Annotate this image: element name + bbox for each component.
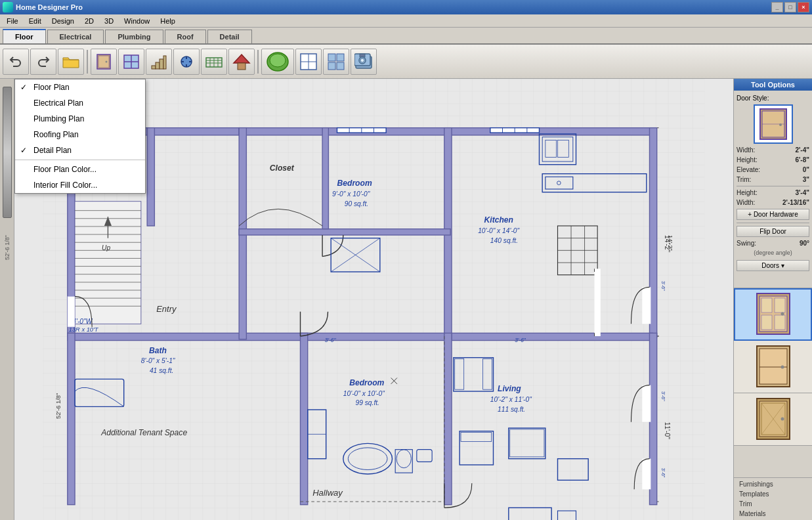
svg-text:13R x 10'T: 13R x 10'T	[69, 326, 99, 333]
menu-design[interactable]: Design	[47, 16, 79, 26]
tab-detail[interactable]: Detail	[207, 30, 252, 43]
width-row: Width: 2'-4"	[737, 146, 809, 154]
bottom-items: Furnishings Templates Trim Materials	[734, 477, 812, 520]
open-button[interactable]	[58, 49, 84, 75]
door-style-preview[interactable]	[754, 104, 793, 144]
titlebar: Home Designer Pro _ □ ×	[0, 0, 812, 14]
redo-button[interactable]	[30, 49, 56, 75]
toolbar-sep-1	[87, 50, 88, 74]
svg-rect-144	[68, 296, 75, 327]
camera-button[interactable]	[351, 49, 377, 75]
svg-text:111 sq.ft.: 111 sq.ft.	[498, 406, 525, 413]
furnishings-item[interactable]: Furnishings	[737, 479, 809, 489]
svg-text:14'-2": 14'-2"	[667, 235, 673, 251]
svg-rect-24	[328, 54, 335, 61]
svg-text:4'-0"W: 4'-0"W	[72, 318, 93, 325]
door-gallery-item-2[interactable]	[734, 341, 812, 393]
menu-item-floor-color[interactable]: Floor Plan Color...	[15, 162, 145, 177]
vertical-scrollbar[interactable]	[3, 87, 12, 218]
svg-text:52'-6 1/8": 52'-6 1/8"	[55, 393, 62, 419]
plumbing-button[interactable]	[173, 49, 200, 75]
stair-button[interactable]	[146, 49, 172, 75]
menu-item-detail-plan[interactable]: Detail Plan	[15, 142, 145, 158]
floor-view-button[interactable]	[295, 49, 322, 75]
menu-item-electrical-plan[interactable]: Electrical Plan	[15, 95, 145, 111]
svg-text:3'-6": 3'-6"	[660, 391, 666, 401]
menu-window[interactable]: Window	[119, 16, 155, 26]
svg-text:Hallway: Hallway	[312, 488, 343, 498]
right-panel: Tool Options Door Style: Width: 2'-4" He…	[733, 79, 812, 520]
svg-rect-8	[160, 59, 163, 69]
options-sep-1	[737, 186, 809, 186]
menu-edit[interactable]: Edit	[24, 16, 47, 26]
svg-rect-55	[444, 333, 452, 504]
svg-rect-167	[775, 298, 785, 313]
menu-file[interactable]: File	[1, 16, 24, 26]
menu-item-floor-plan[interactable]: Floor Plan	[15, 79, 145, 95]
door-hardware-button[interactable]: + Door Hardware	[737, 209, 809, 220]
menu-item-plumbing-plan[interactable]: Plumbing Plan	[15, 111, 145, 127]
tab-floor[interactable]: Floor	[3, 29, 46, 43]
svg-text:10'-0" x 10'-0": 10'-0" x 10'-0"	[343, 390, 385, 397]
toolbar	[0, 45, 812, 79]
titlebar-left: Home Designer Pro	[3, 2, 83, 12]
svg-text:90 sq.ft.: 90 sq.ft.	[345, 200, 368, 207]
door-gallery[interactable]	[734, 288, 812, 477]
height-row: Height: 6'-8"	[737, 156, 809, 163]
maximize-button[interactable]: □	[784, 2, 796, 12]
svg-rect-147	[642, 459, 651, 490]
canvas-area[interactable]: 14'-2" 11'-0"	[14, 79, 733, 520]
roof-button[interactable]	[228, 49, 255, 75]
svg-rect-27	[337, 62, 344, 70]
height2-row: Height: 3'-4"	[737, 189, 809, 196]
trim-item[interactable]: Trim	[737, 499, 809, 509]
svg-point-174	[780, 365, 784, 368]
menu-item-interior-fill-color[interactable]: Interior Fill Color...	[15, 177, 145, 193]
templates-item[interactable]: Templates	[737, 489, 809, 499]
minimize-button[interactable]: _	[771, 2, 783, 12]
tab-electrical[interactable]: Electrical	[47, 30, 104, 43]
menu-2d[interactable]: 2D	[79, 16, 99, 26]
dropdown-sep	[15, 160, 145, 160]
svg-rect-25	[337, 54, 344, 61]
svg-text:10'-2" x 11'-0": 10'-2" x 11'-0"	[490, 396, 532, 403]
options-sep-2	[737, 223, 809, 223]
svg-text:99 sq.ft.: 99 sq.ft.	[356, 399, 379, 406]
svg-text:10'-0" x 14'-0": 10'-0" x 14'-0"	[478, 227, 520, 234]
svg-text:Bedroom: Bedroom	[337, 179, 372, 188]
door-gallery-item-3[interactable]	[734, 393, 812, 446]
degree-label: (degree angle)	[737, 249, 809, 256]
svg-text:8'-0" x 5'-1": 8'-0" x 5'-1"	[141, 357, 176, 364]
app-title: Home Designer Pro	[16, 3, 83, 11]
svg-text:3'-6": 3'-6"	[515, 337, 526, 343]
doors-dropdown-button[interactable]: Doors ▾	[737, 260, 809, 271]
tab-roof[interactable]: Roof	[165, 30, 206, 43]
svg-text:Bath: Bath	[149, 346, 167, 355]
svg-point-163	[779, 123, 782, 126]
svg-rect-47	[68, 333, 652, 340]
overview-button[interactable]	[323, 49, 349, 75]
door-button[interactable]	[91, 49, 117, 75]
svg-text:11'-0": 11'-0"	[664, 422, 671, 439]
svg-text:Closet: Closet	[270, 163, 295, 173]
close-button[interactable]: ×	[798, 2, 809, 12]
svg-text:Kitchen: Kitchen	[484, 215, 513, 225]
svg-text:Living: Living	[498, 384, 521, 393]
width2-row: Width: 2'-13/16"	[737, 199, 809, 206]
menu-3d[interactable]: 3D	[99, 16, 119, 26]
titlebar-controls[interactable]: _ □ ×	[771, 2, 809, 12]
deck-button[interactable]	[201, 49, 227, 75]
3d-button[interactable]	[261, 49, 294, 75]
flip-door-button[interactable]: Flip Door	[737, 226, 809, 237]
undo-button[interactable]	[3, 49, 29, 75]
svg-rect-146	[642, 385, 651, 422]
menu-item-roofing-plan[interactable]: Roofing Plan	[15, 127, 145, 142]
tab-plumbing[interactable]: Plumbing	[105, 30, 163, 43]
door-gallery-item-1[interactable]	[734, 288, 812, 341]
materials-item[interactable]: Materials	[737, 509, 809, 519]
window-button[interactable]	[118, 49, 144, 75]
svg-rect-7	[156, 62, 160, 69]
menu-help[interactable]: Help	[155, 16, 181, 26]
svg-text:3'-6": 3'-6"	[660, 281, 666, 291]
svg-rect-26	[328, 62, 335, 70]
